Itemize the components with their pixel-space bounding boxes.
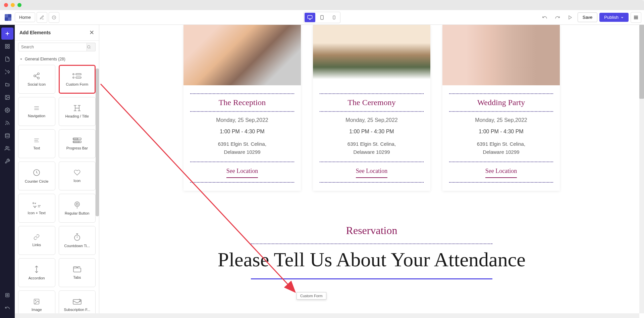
card-time: 1:00 PM - 4:30 PM [190, 126, 294, 137]
tablet-view-button[interactable] [317, 13, 327, 22]
social-icon-element[interactable]: Social Icon [18, 65, 55, 94]
links-element[interactable]: Links [18, 226, 55, 255]
home-button[interactable]: Home [15, 12, 35, 22]
vertical-scrollbar[interactable] [639, 25, 644, 313]
ceremony-image [313, 25, 430, 85]
card-title: The Reception [190, 97, 294, 108]
svg-rect-8 [8, 47, 9, 48]
menu-icon[interactable] [631, 12, 641, 23]
add-elements-panel: Add Elements ✕ General Elements (28) Soc… [15, 25, 99, 318]
window-titlebar [0, 0, 644, 10]
tabs-element[interactable]: Tabs [59, 258, 96, 287]
svg-rect-6 [8, 44, 9, 46]
layers-rail-button[interactable] [1, 79, 13, 91]
icon-element[interactable]: Icon [59, 162, 96, 190]
counter-circle-element[interactable]: Counter Circle [18, 162, 55, 190]
reservation-label: Reservation [106, 224, 637, 237]
users-rail-button[interactable] [1, 142, 13, 154]
publish-button[interactable]: Publish [599, 13, 629, 22]
svg-point-11 [7, 109, 8, 111]
svg-marker-4 [569, 15, 572, 19]
navigation-element[interactable]: Navigation [18, 97, 55, 126]
custom-form-element[interactable]: Custom Form [59, 65, 96, 94]
svg-point-23 [73, 74, 74, 75]
svg-point-43 [35, 300, 36, 301]
app-logo[interactable] [3, 12, 13, 23]
see-location-link[interactable]: See Location [356, 165, 387, 178]
regular-button-element[interactable]: Regular Button [59, 194, 96, 223]
sections-rail-button[interactable] [1, 40, 13, 52]
undo-icon[interactable] [539, 12, 550, 23]
reservation-heading: Please Tell Us About Your Attendance [106, 247, 637, 272]
text-element[interactable]: Text [18, 129, 55, 158]
horizontal-scrollbar[interactable] [15, 313, 639, 318]
reception-card[interactable]: The Reception Monday, 25 Sep,2022 1:00 P… [183, 25, 301, 191]
general-elements-section-header[interactable]: General Elements (28) [15, 53, 99, 63]
reception-image [183, 25, 301, 85]
reservation-section[interactable]: Reservation Please Tell Us About Your At… [99, 211, 644, 293]
card-time: 1:00 PM - 4:30 PM [320, 126, 424, 137]
left-icon-rail [0, 25, 15, 318]
device-switcher [304, 12, 340, 23]
blog-rail-button[interactable] [1, 117, 13, 129]
drop-indicator-line [251, 278, 492, 279]
svg-rect-1 [308, 15, 312, 18]
svg-point-13 [5, 133, 9, 135]
svg-rect-26 [76, 77, 81, 78]
editor-canvas[interactable]: The Reception Monday, 25 Sep,2022 1:00 P… [99, 25, 644, 318]
drag-ghost-label: Custom Form [297, 292, 326, 300]
ceremony-card[interactable]: The Ceremony Monday, 25 Sep,2022 1:00 PM… [313, 25, 430, 191]
tools-rail-button[interactable] [1, 155, 13, 167]
close-window-button[interactable] [4, 3, 8, 7]
svg-rect-7 [5, 47, 7, 48]
desktop-view-button[interactable] [305, 13, 315, 22]
icon-text-element[interactable]: Icon + Text [18, 194, 55, 223]
help-rail-button[interactable] [1, 289, 13, 301]
card-title: The Ceremony [320, 97, 424, 108]
maximize-window-button[interactable] [17, 3, 21, 7]
see-location-link[interactable]: See Location [485, 165, 517, 178]
progress-bar-element[interactable]: Progress Bar [59, 129, 96, 158]
minimize-window-button[interactable] [11, 3, 15, 7]
see-location-link[interactable]: See Location [226, 165, 258, 178]
card-date: Monday, 25 Sep,2022 [190, 115, 294, 126]
top-toolbar: Home Save Publish [0, 10, 644, 25]
svg-marker-17 [20, 59, 22, 60]
search-icon[interactable] [87, 43, 96, 51]
settings-rail-button[interactable] [1, 104, 13, 116]
svg-rect-44 [73, 300, 81, 304]
save-button[interactable]: Save [578, 12, 598, 22]
panel-scrollbar[interactable] [96, 69, 99, 318]
card-title: Wedding Party [449, 97, 553, 108]
edit-icon[interactable] [37, 12, 47, 23]
countdown-timer-element[interactable]: Countdown Ti... [59, 226, 96, 255]
party-image [442, 25, 560, 85]
svg-rect-24 [76, 74, 81, 75]
design-rail-button[interactable] [1, 66, 13, 78]
svg-rect-15 [6, 293, 9, 297]
chevron-down-icon [621, 16, 624, 19]
element-search-input[interactable] [18, 43, 87, 51]
svg-rect-5 [5, 44, 7, 46]
history-icon[interactable] [49, 12, 59, 23]
heading-element[interactable]: Heading / Title [59, 97, 96, 126]
svg-rect-41 [73, 268, 81, 272]
card-address: 6391 Elgin St. Celina, Delaware 10299 [190, 137, 294, 159]
preview-icon[interactable] [565, 12, 576, 23]
mobile-view-button[interactable] [329, 13, 339, 22]
card-address: 6391 Elgin St. Celina, Delaware 10299 [320, 137, 424, 159]
svg-rect-34 [73, 138, 78, 140]
data-rail-button[interactable] [1, 130, 13, 142]
close-panel-button[interactable]: ✕ [89, 29, 94, 36]
card-time: 1:00 PM - 4:30 PM [449, 126, 553, 137]
redo-icon[interactable] [552, 12, 563, 23]
media-rail-button[interactable] [1, 91, 13, 103]
party-card[interactable]: Wedding Party Monday, 25 Sep,2022 1:00 P… [442, 25, 560, 191]
card-address: 6391 Elgin St. Celina, Delaware 10299 [449, 137, 553, 159]
add-element-rail-button[interactable] [1, 28, 13, 40]
svg-point-20 [38, 77, 40, 79]
panel-title: Add Elements [19, 30, 51, 35]
pages-rail-button[interactable] [1, 53, 13, 65]
accordion-element[interactable]: Accordion [18, 258, 55, 287]
collapse-rail-button[interactable] [1, 302, 13, 314]
